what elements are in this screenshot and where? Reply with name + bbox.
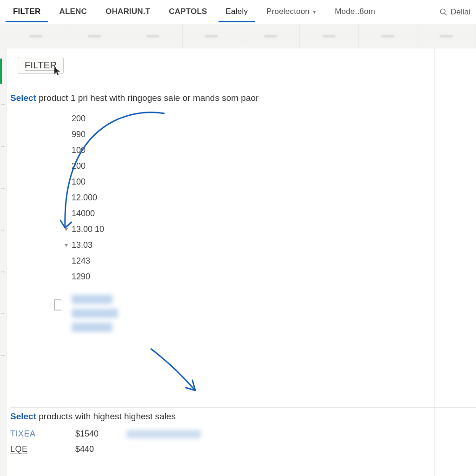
list-item[interactable]: 1243 (63, 253, 104, 269)
cursor-icon (54, 67, 60, 76)
tab-mode[interactable]: Mode..8om (327, 1, 383, 22)
redacted-value (126, 430, 201, 438)
list-item[interactable]: 14000 (63, 205, 104, 221)
list-item[interactable]: 100 (63, 174, 104, 190)
svg-point-0 (441, 9, 446, 14)
tab-proelectoon[interactable]: Proelectoon ▾ (259, 1, 324, 22)
svg-line-1 (445, 13, 447, 15)
value-list: 200 990 100 200 100 12.000 14000 ▾13.00 … (72, 111, 104, 284)
result-row[interactable]: LQE $440 (10, 442, 476, 457)
tab-proelectoon-label: Proelectoon (266, 7, 310, 16)
list-item[interactable]: 990 (63, 126, 104, 142)
search-placeholder: Dellai (450, 7, 470, 17)
search-box[interactable]: Dellai (439, 7, 470, 17)
result-value: $440 (75, 444, 94, 454)
result-label: TIXEA (10, 429, 47, 439)
annotation-arrow-bottom (141, 344, 206, 400)
list-item[interactable]: ▾13.03 (63, 237, 104, 253)
top-tab-bar: FILTER ALENC OHARIUN.T CAPTOLS Ealely Pr… (0, 0, 476, 24)
search-icon (439, 8, 448, 16)
bracket-icon (54, 299, 61, 311)
chevron-down-icon: ▾ (313, 8, 316, 15)
tab-alenc[interactable]: ALENC (52, 1, 94, 22)
results-panel: Select products with highest highest sal… (10, 407, 476, 457)
list-item[interactable]: 12.000 (63, 190, 104, 205)
worksheet[interactable]: FILTER Select product 1 pri hest with ri… (7, 48, 476, 476)
active-row-indicator (0, 59, 2, 84)
chevron-down-icon[interactable]: ▾ (63, 221, 69, 237)
query-text-2: products with highest highest sales (36, 411, 176, 421)
keyword-select: Select (10, 93, 36, 103)
result-label: LQE (10, 444, 47, 454)
query-line-2[interactable]: Select products with highest highest sal… (10, 411, 476, 422)
row-gutter (0, 48, 7, 476)
list-item[interactable]: 1290 (63, 269, 104, 284)
list-item[interactable]: 200 (63, 158, 104, 174)
tab-filter[interactable]: FILTER (6, 1, 48, 22)
query-text-1: product 1 pri hest with ringoges sale or… (36, 93, 258, 103)
keyword-select: Select (10, 411, 36, 421)
tab-captols[interactable]: CAPTOLS (161, 1, 214, 22)
list-item[interactable]: ▾13.00 10 (63, 221, 104, 237)
list-item[interactable]: 100 (63, 142, 104, 158)
chevron-down-icon[interactable]: ▾ (63, 237, 69, 253)
result-row[interactable]: TIXEA $1540 (10, 426, 476, 442)
result-value: $1540 (75, 429, 99, 439)
redacted-block (72, 295, 118, 332)
column-ruler (0, 24, 476, 48)
tab-ealely[interactable]: Ealely (218, 1, 256, 22)
list-item[interactable]: 200 (63, 111, 104, 126)
tab-ohariunt[interactable]: OHARIUN.T (98, 1, 158, 22)
query-line-1[interactable]: Select product 1 pri hest with ringoges … (10, 93, 258, 103)
